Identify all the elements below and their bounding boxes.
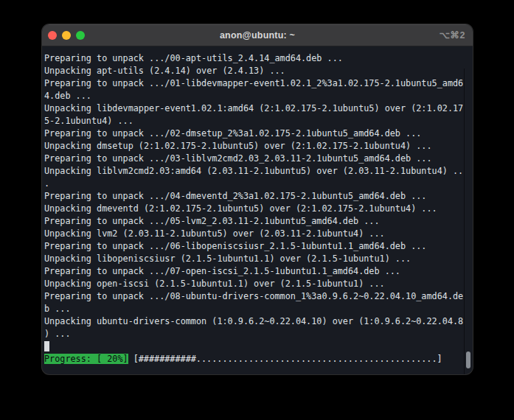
window-title: anon@ubuntu: ~	[42, 30, 473, 41]
terminal-line: Preparing to unpack .../03-liblvm2cmd2.0…	[44, 153, 464, 165]
terminal-line: ) ...	[44, 328, 464, 340]
terminal-line: Unpacking open-iscsi (2.1.5-1ubuntu1.1) …	[44, 278, 464, 290]
progress-bar: [###########............................…	[133, 354, 442, 364]
close-button[interactable]	[48, 31, 57, 40]
terminal-line: Preparing to unpack .../02-dmsetup_2%3a1…	[44, 127, 464, 140]
terminal-line: Preparing to unpack .../01-libdevmapper-…	[44, 77, 464, 90]
title-bar[interactable]: anon@ubuntu: ~ ⌥⌘2	[42, 24, 473, 46]
progress-line: Progress: [ 20%][###########............…	[44, 353, 464, 365]
terminal-line: Unpacking apt-utils (2.4.14) over (2.4.1…	[44, 65, 464, 77]
traffic-lights	[48, 24, 85, 46]
minimize-button[interactable]	[62, 31, 71, 40]
terminal-line: Preparing to unpack .../05-lvm2_2.03.11-…	[44, 215, 464, 228]
terminal-line: Preparing to unpack .../04-dmeventd_2%3a…	[44, 190, 464, 203]
terminal-line: .	[44, 178, 464, 190]
terminal-line: Unpacking ubuntu-drivers-common (1:0.9.6…	[44, 315, 464, 328]
terminal-line: 4.deb ...	[44, 90, 464, 102]
terminal-line: Unpacking lvm2 (2.03.11-2.1ubuntu5) over…	[44, 228, 464, 240]
terminal-line: Unpacking dmeventd (2:1.02.175-2.1ubuntu…	[44, 203, 464, 215]
scrollbar-thumb[interactable]	[466, 351, 470, 368]
terminal-line: Unpacking libdevmapper-event1.02.1:amd64…	[44, 102, 464, 115]
desktop-background: anon@ubuntu: ~ ⌥⌘2 Preparing to unpack .…	[0, 0, 514, 420]
progress-label: Progress: [ 20%]	[44, 354, 128, 364]
terminal-line: Preparing to unpack .../07-open-iscsi_2.…	[44, 265, 464, 278]
terminal-line: Unpacking dmsetup (2:1.02.175-2.1ubuntu5…	[44, 140, 464, 153]
terminal-lines: Preparing to unpack .../00-apt-utils_2.4…	[44, 52, 464, 340]
terminal-line: Preparing to unpack .../00-apt-utils_2.4…	[44, 52, 464, 65]
terminal-line: Unpacking libopeniscsiusr (2.1.5-1ubuntu…	[44, 253, 464, 265]
terminal-line: Unpacking liblvm2cmd2.03:amd64 (2.03.11-…	[44, 165, 464, 178]
cursor-line	[44, 340, 464, 353]
terminal-output[interactable]: Preparing to unpack .../00-apt-utils_2.4…	[42, 46, 473, 374]
zoom-button[interactable]	[76, 31, 85, 40]
terminal-line: Preparing to unpack .../08-ubuntu-driver…	[44, 290, 464, 303]
terminal-cursor	[44, 341, 49, 351]
terminal-window: anon@ubuntu: ~ ⌥⌘2 Preparing to unpack .…	[42, 24, 473, 374]
keyboard-shortcut-badge: ⌥⌘2	[440, 24, 465, 46]
scrollbar-track[interactable]	[464, 69, 473, 374]
terminal-line: b ...	[44, 303, 464, 315]
terminal-line: 5-2.1ubuntu4) ...	[44, 115, 464, 127]
terminal-line: Preparing to unpack .../06-libopeniscsiu…	[44, 240, 464, 253]
